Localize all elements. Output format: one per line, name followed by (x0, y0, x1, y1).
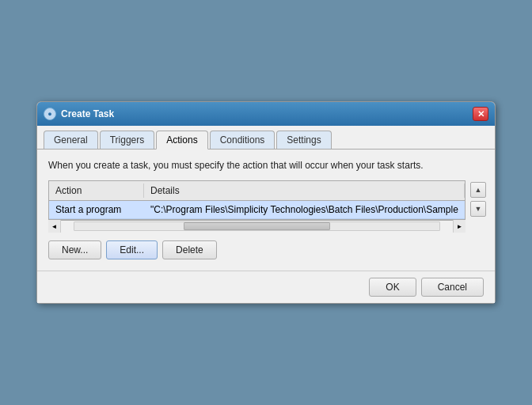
scroll-down-button[interactable]: ▼ (470, 201, 486, 217)
edit-button[interactable]: Edit... (106, 240, 158, 259)
app-icon: ● (44, 108, 56, 120)
scroll-up-button[interactable]: ▲ (470, 182, 486, 198)
delete-button[interactable]: Delete (162, 240, 217, 259)
cell-details: "C:\Program Files\Simplicity Technologie… (144, 202, 465, 217)
cell-action: Start a program (49, 202, 144, 217)
tab-triggers[interactable]: Triggers (100, 131, 155, 149)
scroll-track[interactable] (74, 221, 440, 231)
dialog-window: ● Create Task ✕ General Triggers Actions… (36, 101, 496, 304)
table-outer: Action Details Start a program "C:\Progr… (48, 180, 466, 233)
tab-settings[interactable]: Settings (276, 131, 331, 149)
dialog-title: Create Task (61, 108, 114, 119)
dialog-footer: OK Cancel (37, 271, 495, 303)
tab-bar: General Triggers Actions Conditions Sett… (37, 126, 495, 150)
description-text: When you create a task, you must specify… (48, 159, 484, 172)
cancel-button[interactable]: Cancel (421, 278, 484, 297)
table-header: Action Details (49, 181, 465, 201)
content-area: When you create a task, you must specify… (37, 150, 495, 271)
ok-button[interactable]: OK (369, 278, 416, 297)
title-bar-left: ● Create Task (44, 108, 114, 120)
title-bar: ● Create Task ✕ (37, 102, 495, 126)
col-header-details: Details (144, 184, 465, 198)
col-header-action: Action (49, 184, 144, 198)
scroll-left-button[interactable]: ◄ (48, 220, 61, 233)
actions-table: Action Details Start a program "C:\Progr… (48, 180, 466, 220)
tab-actions[interactable]: Actions (156, 131, 207, 150)
action-buttons: New... Edit... Delete (48, 240, 484, 261)
table-body: Start a program "C:\Program Files\Simpli… (49, 201, 465, 219)
tab-general[interactable]: General (44, 131, 98, 149)
scroll-thumb[interactable] (184, 222, 329, 230)
table-row[interactable]: Start a program "C:\Program Files\Simpli… (49, 201, 465, 219)
scroll-right-button[interactable]: ► (453, 220, 466, 233)
new-button[interactable]: New... (48, 240, 101, 259)
vertical-scroll-buttons: ▲ ▼ (470, 180, 486, 233)
close-button[interactable]: ✕ (473, 107, 488, 121)
horizontal-scrollbar[interactable]: ◄ ► (48, 220, 466, 233)
table-area: Action Details Start a program "C:\Progr… (48, 180, 484, 233)
tab-conditions[interactable]: Conditions (210, 131, 276, 149)
